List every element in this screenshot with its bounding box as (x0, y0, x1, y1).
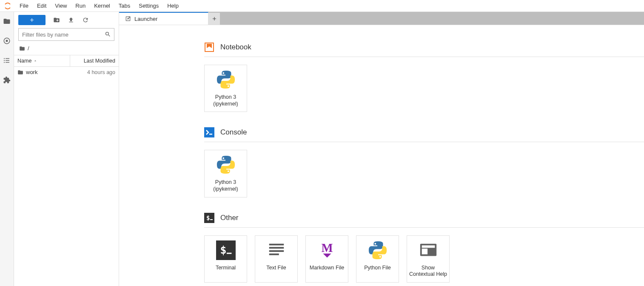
card-label: Python 3(ipykernel) (213, 179, 238, 192)
markdown-icon (317, 240, 337, 260)
launcher-section-console: Console Python 3(ipykernel) (204, 127, 644, 197)
file-list-header: Name Last Modified (14, 55, 119, 67)
python-icon (216, 154, 236, 175)
svg-rect-21 (204, 127, 214, 137)
file-row[interactable]: work 4 hours ago (14, 67, 119, 77)
col-name-label: Name (17, 58, 31, 64)
section-title: Notebook (220, 43, 251, 51)
terminal-icon (216, 240, 236, 260)
folder-icon (17, 69, 23, 75)
refresh-icon[interactable] (82, 17, 89, 23)
svg-point-4 (4, 60, 5, 61)
menu-help[interactable]: Help (163, 1, 183, 11)
section-title: Other (220, 214, 239, 222)
col-modified-header[interactable]: Last Modified (70, 55, 119, 66)
launcher-card-textfile[interactable]: Text File (255, 235, 298, 283)
launcher-card-contextual-help[interactable]: ShowContextual Help (407, 235, 450, 283)
running-tab-icon[interactable] (3, 37, 11, 45)
file-browser-toolbar (14, 12, 119, 28)
launcher-section-other: $ Other Terminal Text File Mark (204, 213, 644, 283)
activity-bar (0, 12, 14, 286)
card-label: Text File (266, 265, 286, 272)
toc-tab-icon[interactable] (3, 56, 11, 65)
menu-edit[interactable]: Edit (33, 1, 51, 11)
menubar: File Edit View Run Kernel Tabs Settings … (0, 0, 644, 12)
svg-text:$: $ (206, 214, 210, 221)
section-title: Console (220, 128, 247, 137)
menu-file[interactable]: File (15, 1, 33, 11)
tab-title: Launcher (134, 16, 157, 22)
launcher-card-markdown[interactable]: Markdown File (305, 235, 348, 283)
menu-view[interactable]: View (51, 1, 71, 11)
file-modified: 4 hours ago (66, 69, 115, 75)
card-label: Python File (364, 265, 391, 272)
file-filter-input[interactable] (18, 28, 114, 41)
other-section-icon: $ (204, 213, 214, 223)
tab-bar: Launcher (119, 12, 644, 25)
launcher-section-notebook: Notebook Python 3(ipykernel) (204, 42, 644, 112)
file-filter (18, 28, 114, 41)
svg-rect-22 (209, 134, 212, 135)
card-label: Markdown File (310, 265, 344, 272)
file-name: work (26, 69, 37, 75)
launcher-tab-icon (125, 16, 131, 22)
python-icon (368, 240, 388, 260)
textfile-icon (266, 240, 287, 260)
menu-tabs[interactable]: Tabs (114, 1, 134, 11)
console-section-icon (204, 127, 214, 137)
sort-asc-icon (33, 59, 37, 63)
menu-run[interactable]: Run (71, 1, 90, 11)
launcher-card-pythonfile[interactable]: Python File (356, 235, 399, 283)
launcher-panel: $ M (119, 25, 644, 286)
breadcrumb[interactable]: / (14, 43, 119, 55)
launcher-card-terminal[interactable]: Terminal (204, 235, 247, 283)
svg-rect-3 (6, 58, 9, 59)
svg-rect-25 (210, 219, 213, 220)
file-browser-sidebar: / Name Last Modified work 4 hours ago (14, 12, 119, 286)
folder-icon (19, 46, 25, 51)
upload-icon[interactable] (68, 17, 74, 23)
extensions-tab-icon[interactable] (3, 76, 11, 84)
new-folder-icon[interactable] (53, 17, 60, 23)
svg-rect-7 (6, 62, 9, 63)
card-label: ShowContextual Help (409, 265, 447, 278)
svg-point-2 (4, 58, 5, 59)
breadcrumb-root[interactable]: / (28, 45, 29, 51)
filebrowser-tab-icon[interactable] (3, 17, 11, 26)
svg-rect-5 (6, 60, 9, 61)
launcher-card-console-python3[interactable]: Python 3(ipykernel) (204, 150, 247, 197)
col-name-header[interactable]: Name (14, 55, 70, 66)
svg-point-6 (4, 62, 5, 63)
jupyter-logo-icon (3, 2, 12, 10)
svg-rect-1 (6, 40, 8, 42)
new-tab-button[interactable] (208, 13, 220, 25)
help-panel-icon (418, 240, 439, 260)
launcher-card-notebook-python3[interactable]: Python 3(ipykernel) (204, 65, 247, 112)
menu-kernel[interactable]: Kernel (90, 1, 114, 11)
main-area: Launcher $ (119, 12, 644, 286)
tab-launcher[interactable]: Launcher (119, 12, 208, 25)
menu-settings[interactable]: Settings (134, 1, 163, 11)
search-icon (105, 31, 111, 37)
card-label: Python 3(ipykernel) (213, 94, 238, 107)
python-icon (216, 69, 236, 90)
card-label: Terminal (216, 265, 236, 272)
notebook-section-icon (204, 42, 214, 52)
new-launcher-button[interactable] (18, 15, 46, 25)
